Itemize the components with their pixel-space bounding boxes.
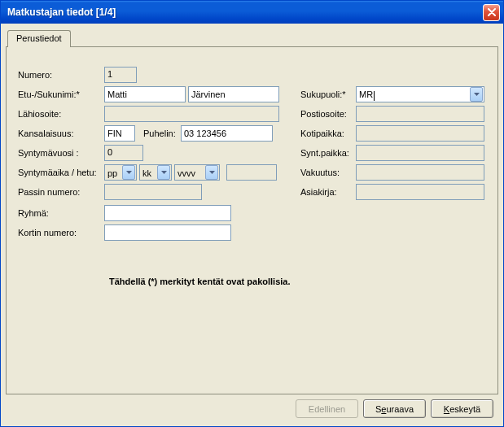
postaddr-field bbox=[356, 106, 484, 122]
label-homecity: Kotipaikka: bbox=[300, 129, 356, 138]
form-area: Numero: 1 Etu-/Sukunimi:* Lähiosoite: bbox=[18, 65, 491, 242]
dob-year-combo[interactable]: vvvv bbox=[174, 164, 220, 181]
label-phone: Puhelin: bbox=[135, 129, 181, 138]
insurance-field bbox=[356, 164, 484, 181]
client-area: Perustiedot Numero: 1 Etu-/Sukunimi:* bbox=[1, 24, 503, 426]
window-title: Matkustajan tiedot [1/4] bbox=[7, 7, 116, 18]
label-number: Numero: bbox=[18, 70, 104, 80]
label-card: Kortin numero: bbox=[18, 228, 104, 237]
label-postaddr: Postiosoite: bbox=[300, 109, 356, 119]
close-icon bbox=[488, 8, 496, 16]
prev-button: Edellinen bbox=[296, 399, 358, 418]
chevron-down-icon bbox=[157, 165, 170, 180]
title-bar: Matkustajan tiedot [1/4] bbox=[1, 1, 503, 24]
label-birthyear: Syntymävuosi : bbox=[18, 148, 104, 158]
chevron-down-icon bbox=[122, 165, 135, 180]
birthyear-field: 0 bbox=[104, 145, 143, 161]
next-button[interactable]: Seuraava bbox=[363, 399, 426, 418]
gender-combo[interactable]: MR bbox=[356, 86, 484, 102]
text-caret bbox=[374, 91, 375, 101]
label-document: Asiakirja: bbox=[300, 187, 356, 197]
last-name-input[interactable] bbox=[188, 86, 279, 102]
label-passport: Passin numero: bbox=[18, 187, 104, 197]
dob-day-combo[interactable]: pp bbox=[104, 164, 137, 181]
chevron-down-icon bbox=[470, 87, 483, 102]
number-field: 1 bbox=[104, 67, 137, 83]
tab-basic-label: Perustiedot bbox=[16, 33, 62, 43]
label-insurance: Vakuutus: bbox=[300, 168, 356, 177]
dialog-window: Matkustajan tiedot [1/4] Perustiedot Num… bbox=[0, 0, 504, 427]
document-field bbox=[356, 184, 484, 200]
required-note: Tähdellä (*) merkityt kentät ovat pakoll… bbox=[109, 277, 491, 286]
label-birthplace: Synt.paikka: bbox=[300, 148, 356, 158]
label-group: Ryhmä: bbox=[18, 208, 104, 218]
passport-field bbox=[104, 184, 202, 200]
close-button[interactable] bbox=[483, 4, 500, 21]
label-nationality: Kansalaisuus: bbox=[18, 129, 104, 138]
tab-panel: Numero: 1 Etu-/Sukunimi:* Lähiosoite: bbox=[6, 46, 498, 394]
cancel-button[interactable]: Keskeytä bbox=[431, 399, 493, 418]
phone-input[interactable] bbox=[181, 125, 273, 142]
chevron-down-icon bbox=[205, 165, 218, 180]
card-input[interactable] bbox=[104, 224, 231, 241]
label-name: Etu-/Sukunimi:* bbox=[18, 89, 104, 99]
birthplace-field bbox=[356, 145, 484, 161]
label-dob-ssn: Syntymäaika / hetu: bbox=[18, 168, 104, 177]
nationality-input[interactable] bbox=[104, 125, 135, 142]
group-input[interactable] bbox=[104, 205, 231, 221]
first-name-input[interactable] bbox=[104, 86, 186, 102]
localaddr-field bbox=[104, 106, 279, 122]
left-column: Numero: 1 Etu-/Sukunimi:* Lähiosoite: bbox=[18, 65, 279, 242]
tab-strip: Perustiedot bbox=[6, 28, 498, 46]
homecity-field bbox=[356, 125, 484, 142]
right-column: Sukupuoli:* MR Postiosoite: Kotipaikka: bbox=[300, 65, 484, 242]
dob-month-combo[interactable]: kk bbox=[139, 164, 172, 181]
button-bar: Edellinen Seuraava Keskeytä bbox=[6, 394, 498, 420]
tab-basic[interactable]: Perustiedot bbox=[7, 30, 71, 47]
label-localaddr: Lähiosoite: bbox=[18, 109, 104, 119]
label-gender: Sukupuoli:* bbox=[300, 89, 356, 99]
ssn-field bbox=[226, 164, 277, 181]
